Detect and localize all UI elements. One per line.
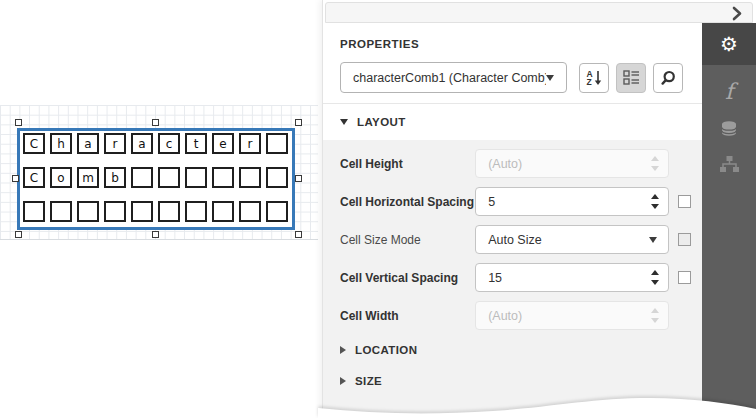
selection-handle-bottom-right[interactable] bbox=[295, 231, 302, 238]
property-marker-checkbox[interactable] bbox=[678, 233, 691, 246]
comb-cell bbox=[23, 201, 45, 222]
selection-handle-middle-right[interactable] bbox=[295, 175, 302, 182]
function-f-icon: f bbox=[725, 81, 733, 103]
chevron-down-icon bbox=[546, 75, 554, 81]
hierarchy-icon bbox=[720, 156, 739, 172]
section-header-location[interactable]: LOCATION bbox=[340, 344, 691, 356]
database-icon bbox=[720, 120, 738, 137]
comb-cell bbox=[131, 167, 153, 188]
property-label: Cell Horizontal Spacing bbox=[340, 195, 475, 209]
designer-sidebar: ⚙ f bbox=[702, 23, 756, 418]
properties-header: PROPERTIES characterComb1 (Character Com… bbox=[323, 23, 702, 104]
search-properties-button[interactable] bbox=[653, 63, 683, 93]
comb-cell bbox=[50, 201, 72, 222]
chevron-right-icon bbox=[729, 5, 745, 21]
cell-vertical-spacing-spinner[interactable]: 15 bbox=[475, 263, 669, 292]
spinner-arrows-icon[interactable] bbox=[651, 194, 659, 209]
spinner-arrows-icon bbox=[651, 156, 659, 171]
property-row-cell-width: Cell Width (Auto) bbox=[340, 301, 691, 330]
selection-handle-top-right[interactable] bbox=[295, 119, 302, 126]
property-marker-checkbox[interactable] bbox=[678, 195, 691, 208]
spinner-arrows-icon bbox=[651, 308, 659, 323]
property-marker-checkbox[interactable] bbox=[678, 271, 691, 284]
comb-cell bbox=[266, 167, 288, 188]
property-label: Cell Vertical Spacing bbox=[340, 271, 475, 285]
search-icon bbox=[659, 69, 677, 87]
property-row-cell-height: Cell Height (Auto) bbox=[340, 149, 691, 178]
property-label: Cell Height bbox=[340, 157, 475, 171]
selection-handle-top-middle[interactable] bbox=[152, 119, 159, 126]
comb-cell bbox=[212, 167, 234, 188]
comb-cell bbox=[158, 201, 180, 222]
sidebar-item-properties[interactable]: ⚙ bbox=[702, 23, 756, 65]
comb-cell bbox=[266, 133, 288, 154]
sort-alphabetical-button[interactable]: A Z bbox=[579, 63, 609, 93]
comb-cell: r bbox=[239, 133, 261, 154]
comb-cell bbox=[239, 167, 261, 188]
comb-cell: b bbox=[104, 167, 126, 188]
categorized-view-icon bbox=[623, 70, 640, 85]
section-header-size[interactable]: SIZE bbox=[340, 375, 691, 387]
control-selector-dropdown[interactable]: characterComb1 (Character Comb) bbox=[340, 62, 567, 93]
cell-horizontal-spacing-spinner[interactable]: 5 bbox=[475, 187, 669, 216]
comb-cell bbox=[212, 201, 234, 222]
panel-bottom-wave bbox=[318, 388, 756, 418]
selection-handle-bottom-left[interactable] bbox=[15, 231, 22, 238]
spinner-arrows-icon[interactable] bbox=[651, 270, 659, 285]
collapse-triangle-icon bbox=[340, 119, 348, 125]
properties-panel: PROPERTIES characterComb1 (Character Com… bbox=[322, 0, 756, 418]
report-designer: CharacterComb PROPERTIES c bbox=[0, 0, 756, 418]
property-row-cell-size-mode: Cell Size Mode Auto Size bbox=[340, 225, 691, 254]
comb-cell: a bbox=[77, 133, 99, 154]
cell-width-spinner: (Auto) bbox=[475, 301, 669, 330]
gear-icon: ⚙ bbox=[720, 34, 738, 54]
property-label: Cell Width bbox=[340, 309, 475, 323]
chevron-down-icon bbox=[649, 237, 657, 243]
comb-cell bbox=[104, 201, 126, 222]
comb-cell-grid: CharacterComb bbox=[23, 133, 288, 222]
section-header-layout[interactable]: LAYOUT bbox=[323, 104, 702, 140]
sort-az-icon: A Z bbox=[586, 70, 601, 86]
selected-control-name: characterComb1 (Character Comb) bbox=[341, 71, 546, 85]
comb-cell bbox=[158, 167, 180, 188]
comb-cell bbox=[185, 201, 207, 222]
selection-handle-top-left[interactable] bbox=[15, 119, 22, 126]
property-label: Cell Size Mode bbox=[340, 233, 475, 247]
character-comb-control[interactable]: CharacterComb bbox=[17, 128, 295, 230]
expand-triangle-icon bbox=[340, 377, 346, 385]
comb-cell: e bbox=[212, 133, 234, 154]
comb-cell bbox=[266, 201, 288, 222]
sidebar-item-expressions[interactable]: f bbox=[702, 74, 756, 110]
cell-height-spinner: (Auto) bbox=[475, 149, 669, 178]
property-row-cell-horizontal-spacing: Cell Horizontal Spacing 5 bbox=[340, 187, 691, 216]
layout-section-body: Cell Height (Auto) Cell Horizontal Spaci… bbox=[323, 140, 702, 418]
selection-handle-bottom-middle[interactable] bbox=[152, 231, 159, 238]
comb-cell: C bbox=[23, 133, 45, 154]
comb-cell: h bbox=[50, 133, 72, 154]
selection-handle-middle-left[interactable] bbox=[12, 175, 19, 182]
cell-size-mode-dropdown[interactable]: Auto Size bbox=[475, 225, 669, 254]
comb-cell: r bbox=[104, 133, 126, 154]
comb-cell bbox=[131, 201, 153, 222]
categorized-view-button[interactable] bbox=[616, 63, 646, 93]
sidebar-item-field-list[interactable] bbox=[702, 110, 756, 146]
panel-title: PROPERTIES bbox=[340, 38, 691, 50]
comb-cell: C bbox=[23, 167, 45, 188]
collapse-panel-button[interactable] bbox=[729, 5, 745, 21]
comb-cell: a bbox=[131, 133, 153, 154]
comb-cell: m bbox=[77, 167, 99, 188]
expand-triangle-icon bbox=[340, 346, 346, 354]
sidebar-item-report-explorer[interactable] bbox=[702, 146, 756, 182]
comb-cell: t bbox=[185, 133, 207, 154]
comb-cell bbox=[185, 167, 207, 188]
comb-cell bbox=[77, 201, 99, 222]
properties-content: PROPERTIES characterComb1 (Character Com… bbox=[323, 23, 702, 418]
property-row-cell-vertical-spacing: Cell Vertical Spacing 15 bbox=[340, 263, 691, 292]
comb-cell: c bbox=[158, 133, 180, 154]
panel-top-strip bbox=[325, 2, 753, 23]
comb-cell bbox=[239, 201, 261, 222]
comb-cell: o bbox=[50, 167, 72, 188]
